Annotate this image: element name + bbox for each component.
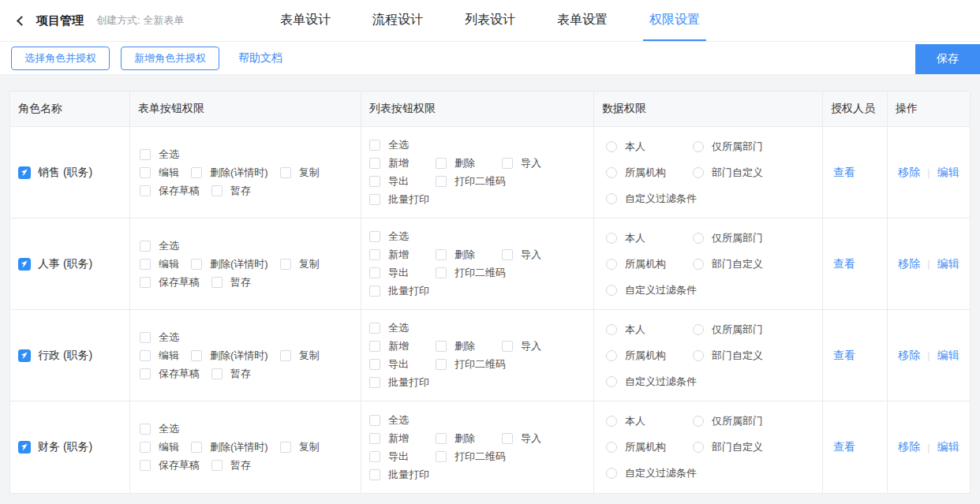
add-role-authorize-button[interactable]: 新增角色并授权 [121,47,219,70]
remove-link[interactable]: 移除 [898,349,920,363]
permission-checkbox[interactable] [140,149,151,160]
permission-checkbox[interactable] [369,231,380,242]
permission-checkbox[interactable] [369,249,380,260]
permission-radio[interactable] [606,233,617,244]
permission-checkbox[interactable] [502,158,513,169]
permission-checkbox[interactable] [280,442,291,453]
permission-radio[interactable] [606,324,617,335]
permission-checkbox[interactable] [280,259,291,270]
select-role-authorize-button[interactable]: 选择角色并授权 [11,47,110,70]
tab-4[interactable]: 表单设置 [551,0,614,41]
permission-checkbox[interactable] [191,350,202,361]
edit-link[interactable]: 编辑 [937,257,959,271]
permission-checkbox[interactable] [436,249,447,260]
permission-checkbox[interactable] [140,460,151,471]
permission-radio[interactable] [693,233,704,244]
permission-checkbox[interactable] [436,176,447,187]
permission-checkbox[interactable] [369,469,380,480]
permission-checkbox[interactable] [369,194,380,205]
edit-link[interactable]: 编辑 [937,349,959,363]
permission-checkbox[interactable] [280,350,291,361]
save-button[interactable]: 保存 [915,44,980,74]
permission-checkbox[interactable] [191,442,202,453]
permission-checkbox[interactable] [140,185,151,196]
permission-checkbox[interactable] [140,424,151,435]
permission-checkbox[interactable] [502,249,513,260]
permission-radio[interactable] [606,416,617,427]
permission-radio[interactable] [693,350,704,361]
permission-checkbox[interactable] [369,323,380,334]
permission-checkbox[interactable] [140,350,151,361]
list-permissions-cell: 全选新增删除导入导出打印二维码批量打印 [361,310,594,401]
permission-checkbox[interactable] [436,341,447,352]
permission-radio[interactable] [693,324,704,335]
help-docs-link[interactable]: 帮助文档 [238,51,282,65]
permission-checkbox[interactable] [140,442,151,453]
permission-checkbox[interactable] [191,167,202,178]
permission-checkbox[interactable] [140,277,151,288]
remove-link[interactable]: 移除 [898,440,920,454]
remove-link[interactable]: 移除 [898,166,920,180]
permission-radio[interactable] [606,442,617,453]
permission-checkbox[interactable] [369,433,380,444]
permission-checkbox[interactable] [436,433,447,444]
permission-checkbox[interactable] [211,460,223,471]
permission-radio[interactable] [693,442,704,453]
edit-link[interactable]: 编辑 [937,166,959,180]
tab-2[interactable]: 流程设计 [366,0,429,41]
permission-checkbox[interactable] [369,286,380,297]
back-button[interactable] [13,13,27,28]
permission-label: 新增 [388,248,409,262]
permission-checkbox[interactable] [140,332,151,343]
view-link[interactable]: 查看 [833,440,855,454]
permission-checkbox[interactable] [211,277,223,288]
permission-checkbox[interactable] [502,433,513,444]
permission-checkbox[interactable] [140,259,151,270]
permission-radio[interactable] [693,416,704,427]
operations-cell: 移除|编辑 [888,401,970,493]
permission-radio[interactable] [606,350,617,361]
permission-radio[interactable] [693,259,704,270]
permission-checkbox[interactable] [369,415,380,426]
permission-checkbox[interactable] [211,185,223,196]
permission-checkbox[interactable] [369,140,380,151]
tab-1[interactable]: 表单设计 [274,0,337,41]
permission-checkbox[interactable] [436,359,447,370]
permission-radio[interactable] [693,167,704,178]
permission-checkbox[interactable] [140,167,151,178]
permission-checkbox[interactable] [369,176,380,187]
permission-checkbox[interactable] [369,451,380,462]
view-link[interactable]: 查看 [833,349,855,363]
permission-checkbox[interactable] [502,341,513,352]
tab-5[interactable]: 权限设置 [643,0,706,41]
permission-label: 保存草稿 [159,367,200,381]
permission-checkbox[interactable] [140,241,151,252]
permission-radio[interactable] [606,376,617,387]
permission-radio[interactable] [606,259,617,270]
view-link[interactable]: 查看 [833,257,855,271]
permission-checkbox[interactable] [436,158,447,169]
list-permissions-cell: 全选新增删除导入导出打印二维码批量打印 [361,218,594,309]
permission-checkbox[interactable] [369,377,380,388]
permission-checkbox[interactable] [280,167,291,178]
permission-checkbox[interactable] [369,341,380,352]
permission-checkbox[interactable] [191,259,202,270]
view-link[interactable]: 查看 [833,166,855,180]
permission-checkbox[interactable] [436,267,447,278]
permission-radio[interactable] [606,141,617,152]
permission-checkbox[interactable] [369,267,380,278]
permission-radio[interactable] [606,468,617,479]
remove-link[interactable]: 移除 [898,257,920,271]
permission-radio[interactable] [606,193,617,204]
edit-link[interactable]: 编辑 [937,440,959,454]
permission-radio[interactable] [606,167,617,178]
permission-checkbox[interactable] [369,359,380,370]
permission-checkbox[interactable] [436,451,447,462]
permission-checkbox[interactable] [140,368,151,379]
permission-label: 导出 [388,174,409,189]
permission-radio[interactable] [606,285,617,296]
permission-radio[interactable] [693,141,704,152]
permission-checkbox[interactable] [369,158,380,169]
tab-3[interactable]: 列表设计 [458,0,522,41]
permission-checkbox[interactable] [211,368,223,379]
